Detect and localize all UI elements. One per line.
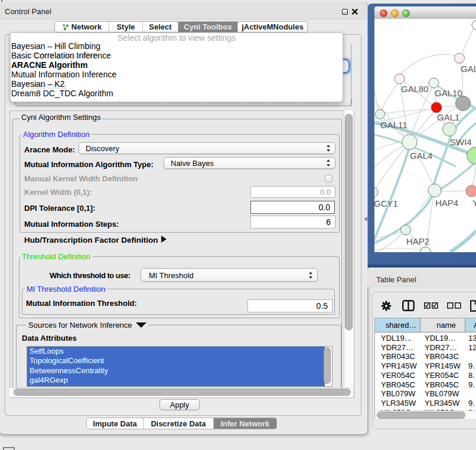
svg-text:GAL1: GAL1	[437, 112, 459, 122]
svg-text:HAP4: HAP4	[435, 198, 458, 208]
svg-text:GCY1: GCY1	[374, 198, 398, 208]
svg-text:HAP2: HAP2	[406, 236, 429, 246]
svg-text:GAL80: GAL80	[401, 84, 429, 94]
svg-text:GAL7: GAL7	[461, 64, 476, 74]
svg-text:Y: Y	[472, 198, 476, 208]
svg-text:GAL4: GAL4	[410, 151, 432, 161]
svg-text:SWI4: SWI4	[450, 137, 472, 147]
svg-text:GAL10: GAL10	[435, 88, 462, 98]
svg-text:GAL11: GAL11	[380, 120, 407, 130]
